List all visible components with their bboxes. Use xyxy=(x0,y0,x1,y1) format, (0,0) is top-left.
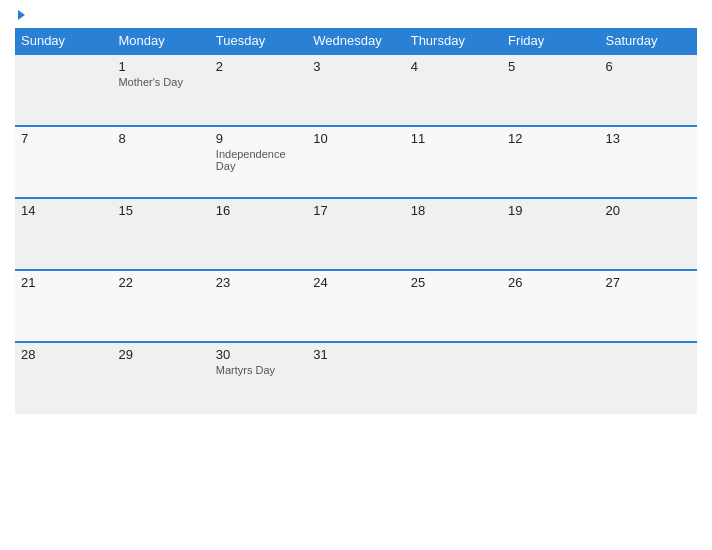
calendar-cell: 19 xyxy=(502,198,599,270)
day-number: 16 xyxy=(216,203,301,218)
calendar-week-row: 14151617181920 xyxy=(15,198,697,270)
event-label: Independence Day xyxy=(216,148,301,172)
calendar-cell: 30Martyrs Day xyxy=(210,342,307,414)
day-number: 30 xyxy=(216,347,301,362)
header-sunday: Sunday xyxy=(15,28,112,54)
calendar-header-row: Sunday Monday Tuesday Wednesday Thursday… xyxy=(15,28,697,54)
header-tuesday: Tuesday xyxy=(210,28,307,54)
day-number: 25 xyxy=(411,275,496,290)
logo xyxy=(15,10,25,20)
calendar-cell: 3 xyxy=(307,54,404,126)
day-number: 8 xyxy=(118,131,203,146)
header-thursday: Thursday xyxy=(405,28,502,54)
day-number: 20 xyxy=(606,203,691,218)
day-number: 15 xyxy=(118,203,203,218)
calendar-cell xyxy=(502,342,599,414)
day-number: 17 xyxy=(313,203,398,218)
calendar-week-row: 1Mother's Day23456 xyxy=(15,54,697,126)
calendar-cell: 10 xyxy=(307,126,404,198)
day-number: 28 xyxy=(21,347,106,362)
header-monday: Monday xyxy=(112,28,209,54)
day-number: 14 xyxy=(21,203,106,218)
day-number: 13 xyxy=(606,131,691,146)
calendar-cell: 6 xyxy=(600,54,697,126)
day-number: 6 xyxy=(606,59,691,74)
calendar-week-row: 282930Martyrs Day31 xyxy=(15,342,697,414)
calendar-cell: 13 xyxy=(600,126,697,198)
calendar-week-row: 21222324252627 xyxy=(15,270,697,342)
calendar-cell: 7 xyxy=(15,126,112,198)
header-friday: Friday xyxy=(502,28,599,54)
calendar-cell: 17 xyxy=(307,198,404,270)
calendar-cell: 21 xyxy=(15,270,112,342)
day-number: 21 xyxy=(21,275,106,290)
event-label: Mother's Day xyxy=(118,76,203,88)
day-number: 23 xyxy=(216,275,301,290)
calendar-table: Sunday Monday Tuesday Wednesday Thursday… xyxy=(15,28,697,414)
logo-blue-row xyxy=(15,10,25,20)
day-number: 4 xyxy=(411,59,496,74)
calendar-header xyxy=(15,10,697,20)
calendar-cell: 29 xyxy=(112,342,209,414)
day-number: 1 xyxy=(118,59,203,74)
calendar-cell xyxy=(405,342,502,414)
day-number: 18 xyxy=(411,203,496,218)
event-label: Martyrs Day xyxy=(216,364,301,376)
calendar-cell: 14 xyxy=(15,198,112,270)
day-number: 24 xyxy=(313,275,398,290)
day-number: 11 xyxy=(411,131,496,146)
calendar-cell: 4 xyxy=(405,54,502,126)
day-number: 27 xyxy=(606,275,691,290)
day-number: 2 xyxy=(216,59,301,74)
day-number: 10 xyxy=(313,131,398,146)
calendar-container: Sunday Monday Tuesday Wednesday Thursday… xyxy=(0,0,712,550)
calendar-cell: 25 xyxy=(405,270,502,342)
day-number: 22 xyxy=(118,275,203,290)
header-saturday: Saturday xyxy=(600,28,697,54)
weekday-header-row: Sunday Monday Tuesday Wednesday Thursday… xyxy=(15,28,697,54)
day-number: 5 xyxy=(508,59,593,74)
calendar-cell xyxy=(15,54,112,126)
calendar-cell: 28 xyxy=(15,342,112,414)
calendar-cell: 8 xyxy=(112,126,209,198)
calendar-cell xyxy=(600,342,697,414)
calendar-cell: 2 xyxy=(210,54,307,126)
logo-triangle-icon xyxy=(18,10,25,20)
calendar-cell: 23 xyxy=(210,270,307,342)
calendar-cell: 11 xyxy=(405,126,502,198)
calendar-cell: 5 xyxy=(502,54,599,126)
calendar-week-row: 789Independence Day10111213 xyxy=(15,126,697,198)
calendar-cell: 18 xyxy=(405,198,502,270)
day-number: 19 xyxy=(508,203,593,218)
calendar-cell: 16 xyxy=(210,198,307,270)
calendar-body: 1Mother's Day23456789Independence Day101… xyxy=(15,54,697,414)
calendar-cell: 9Independence Day xyxy=(210,126,307,198)
day-number: 26 xyxy=(508,275,593,290)
calendar-cell: 27 xyxy=(600,270,697,342)
calendar-cell: 15 xyxy=(112,198,209,270)
calendar-cell: 20 xyxy=(600,198,697,270)
day-number: 29 xyxy=(118,347,203,362)
calendar-cell: 12 xyxy=(502,126,599,198)
day-number: 3 xyxy=(313,59,398,74)
calendar-cell: 26 xyxy=(502,270,599,342)
day-number: 7 xyxy=(21,131,106,146)
day-number: 31 xyxy=(313,347,398,362)
calendar-cell: 31 xyxy=(307,342,404,414)
header-wednesday: Wednesday xyxy=(307,28,404,54)
calendar-cell: 22 xyxy=(112,270,209,342)
day-number: 9 xyxy=(216,131,301,146)
calendar-cell: 1Mother's Day xyxy=(112,54,209,126)
calendar-cell: 24 xyxy=(307,270,404,342)
day-number: 12 xyxy=(508,131,593,146)
